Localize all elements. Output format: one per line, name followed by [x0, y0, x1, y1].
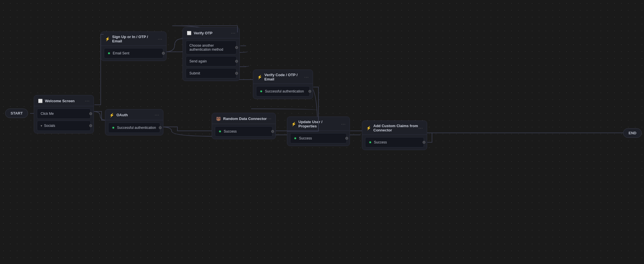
oauth-header: ⚡ OAuth ⋯ [105, 109, 163, 120]
click-me-port [89, 112, 92, 115]
random-data-success-row[interactable]: Success [215, 126, 273, 137]
lightning-icon-code: ⚡ [257, 75, 262, 79]
welcome-screen-node: ⬜ Welcome Screen ⋯ Click Me ▾ Socials [34, 95, 94, 133]
socials-row[interactable]: ▾ Socials [37, 121, 91, 131]
update-user-success-row[interactable]: Success [290, 133, 347, 143]
lightning-icon-update: ⚡ [291, 122, 296, 126]
lightning-icon-claims: ⚡ [366, 126, 371, 130]
email-sent-dot [108, 52, 110, 55]
verify-otp-menu[interactable]: ⋯ [231, 30, 235, 36]
end-bubble: END [623, 128, 642, 138]
oauth-node: ⚡ OAuth ⋯ Successful authentication [105, 109, 163, 135]
update-user-success-port [345, 137, 348, 140]
verify-code-success-dot [260, 90, 263, 93]
update-user-success-dot [294, 137, 297, 140]
welcome-screen-header: ⬜ Welcome Screen ⋯ [34, 95, 94, 106]
update-user-success-label: Success [299, 136, 312, 140]
verify-code-success-port [308, 90, 311, 93]
sign-up-header: ⚡ Sign Up or In / OTP / Email ⋯ [101, 32, 166, 46]
update-user-header: ⚡ Update User / Properties ⋯ [287, 117, 350, 131]
add-custom-claims-menu[interactable]: ⋯ [418, 125, 423, 131]
oauth-success-port [159, 126, 162, 129]
oauth-success-label: Successful authentication [117, 126, 156, 130]
update-user-properties-node: ⚡ Update User / Properties ⋯ Success [287, 117, 350, 146]
start-label: START [11, 111, 23, 115]
choose-auth-row[interactable]: Choose another authentication method [186, 41, 237, 54]
screen-icon: ⬜ [38, 99, 43, 103]
sign-up-node: ⚡ Sign Up or In / OTP / Email ⋯ Email Se… [101, 31, 167, 61]
add-custom-claims-success-row[interactable]: Success [365, 137, 424, 147]
click-me-row[interactable]: Click Me [37, 109, 91, 119]
oauth-success-dot [112, 126, 115, 129]
random-data-title: Random Data Connector [223, 117, 267, 121]
random-data-success-dot [219, 130, 221, 133]
verify-code-header: ⚡ Verify Code / OTP / Email ⋯ [253, 70, 313, 84]
email-sent-row[interactable]: Email Sent [104, 48, 163, 58]
sign-up-menu[interactable]: ⋯ [158, 36, 162, 42]
oauth-menu[interactable]: ⋯ [154, 112, 159, 118]
verify-otp-title: Verify OTP [194, 31, 213, 35]
random-data-success-port [271, 130, 274, 133]
send-again-label: Send again [189, 59, 207, 63]
add-custom-claims-node: ⚡ Add Custom Claims from Connector ⋯ Suc… [362, 121, 427, 150]
verify-code-success-row[interactable]: Successful authentication [256, 86, 310, 96]
chevron-down-icon: ▾ [41, 124, 42, 128]
verify-code-node: ⚡ Verify Code / OTP / Email ⋯ Successful… [253, 70, 313, 99]
lightning-icon-signup: ⚡ [105, 37, 110, 41]
bear-icon: 🐻 [216, 117, 221, 121]
socials-port [89, 124, 92, 127]
screen-icon-otp: ⬜ [187, 31, 191, 35]
add-custom-claims-title: Add Custom Claims from Connector [373, 124, 418, 132]
choose-auth-label: Choose another authentication method [189, 44, 233, 52]
end-label: END [629, 131, 636, 135]
sign-up-title: Sign Up or In / OTP / Email [112, 35, 158, 43]
submit-row[interactable]: Submit [186, 68, 237, 78]
add-custom-claims-success-port [423, 141, 425, 144]
start-bubble: START [5, 109, 28, 118]
update-user-title: Update User / Properties [298, 120, 341, 128]
verify-code-success-label: Successful authentication [265, 89, 304, 93]
verify-otp-node: ⬜ Verify OTP ⋯ Choose another authentica… [183, 27, 240, 81]
verify-code-menu[interactable]: ⋯ [304, 74, 309, 80]
send-again-port [235, 60, 238, 63]
random-data-connector-node: 🐻 Random Data Connector ⋯ Success [212, 113, 276, 139]
random-data-header: 🐻 Random Data Connector ⋯ [212, 113, 276, 124]
welcome-screen-title: Welcome Screen [45, 99, 75, 103]
update-user-menu[interactable]: ⋯ [341, 121, 346, 127]
send-again-row[interactable]: Send again [186, 56, 237, 66]
choose-auth-port [235, 46, 238, 49]
submit-label: Submit [189, 71, 200, 75]
verify-code-title: Verify Code / OTP / Email [264, 73, 304, 81]
verify-otp-header: ⬜ Verify OTP ⋯ [183, 27, 239, 38]
socials-label: Socials [44, 124, 55, 128]
email-sent-port [162, 52, 165, 55]
email-sent-label: Email Sent [113, 51, 129, 55]
lightning-icon-oauth: ⚡ [109, 113, 114, 117]
add-custom-claims-header: ⚡ Add Custom Claims from Connector ⋯ [362, 121, 427, 135]
oauth-title: OAuth [116, 113, 128, 117]
add-custom-claims-success-label: Success [374, 140, 387, 144]
welcome-screen-menu[interactable]: ⋯ [85, 98, 90, 104]
random-data-menu[interactable]: ⋯ [267, 116, 272, 121]
add-custom-claims-success-dot [369, 141, 372, 144]
submit-port [235, 72, 238, 75]
oauth-success-row[interactable]: Successful authentication [108, 123, 160, 133]
random-data-success-label: Success [224, 129, 237, 133]
click-me-label: Click Me [41, 112, 54, 116]
